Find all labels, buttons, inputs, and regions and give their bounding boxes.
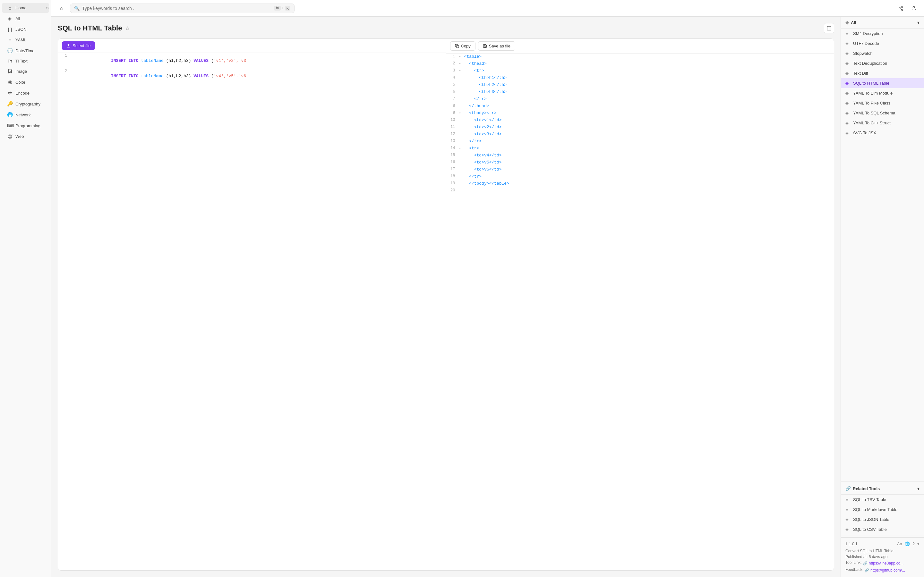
select-file-button[interactable]: Select file [62,41,95,50]
output-line-num: 9 [446,110,459,115]
right-item-yaml-elm[interactable]: ◈ YAML To Elm Module [841,88,924,98]
published-at: Published at: 5 days ago [845,554,919,559]
save-as-file-label: Save as file [489,44,510,48]
output-line-code: <th>h2</th> [464,82,834,87]
text-icon: Tт [7,59,13,63]
right-item-text-diff[interactable]: ◈ Text Diff [841,68,924,78]
text-dedup-icon: ◈ [845,61,851,66]
fold-arrow [459,124,464,125]
yaml-elm-icon: ◈ [845,91,851,95]
sidebar-item-cryptography[interactable]: 🔑 Cryptography [2,99,49,109]
fold-arrow [459,82,464,83]
user-button[interactable] [909,3,919,13]
main-container: ⌂ 🔍 ⌘ + K [51,0,924,577]
font-size-icon[interactable]: Aa [897,542,902,546]
output-line-num: 15 [446,153,459,157]
feedback-url[interactable]: https://github.com/... [871,568,905,572]
sidebar-item-all[interactable]: ◈ All [2,13,49,24]
globe-icon[interactable]: 🌐 [905,542,910,546]
right-item-sql-json[interactable]: ◈ SQL to JSON Table [841,514,924,524]
output-line-num: 7 [446,96,459,101]
search-bar[interactable]: 🔍 ⌘ + K [70,3,294,13]
user-icon [911,6,916,11]
output-line-code: </thead> [464,103,834,108]
right-item-yaml-pike[interactable]: ◈ YAML To Pike Class [841,98,924,108]
sidebar-item-color[interactable]: ◉ Color [2,77,49,87]
home-button[interactable]: ⌂ [57,3,67,13]
image-icon: 🖼 [7,69,13,74]
output-line-code: </tr> [464,174,834,179]
line-code-1: INSERT INTO tableName (h1,h2,h3) VALUES … [71,53,446,68]
output-line-num: 12 [446,131,459,136]
output-line-num: 17 [446,167,459,171]
sidebar-item-datetime[interactable]: 🕐 Date/Time [2,45,49,56]
right-item-yaml-sql[interactable]: ◈ YAML To SQL Schema [841,108,924,118]
output-editor[interactable]: 1▾<table>2▾ <thead>3▾ <tr>4 <th>h1</th>5… [446,53,834,570]
right-item-yaml-cpp[interactable]: ◈ YAML To C++ Struct [841,118,924,128]
programming-icon: ⌨ [7,123,13,129]
output-line-num: 11 [446,124,459,129]
sidebar-item-programming[interactable]: ⌨ Programming [2,121,49,131]
output-line-code: <td>v2</td> [464,124,834,129]
fold-arrow [459,117,464,118]
tool-link-url[interactable]: https://t.he3app.co... [869,561,904,566]
info-icon: ℹ [845,542,847,546]
right-item-sql-markdown[interactable]: ◈ SQL to Markdown Table [841,504,924,514]
output-line: 17 <td>v6</td> [446,166,834,173]
right-item-utf7-decode[interactable]: ◈ UTF7 Decode [841,39,924,48]
output-line-code: <tbody><tr> [464,110,834,115]
right-item-sql-tsv[interactable]: ◈ SQL to TSV Table [841,495,924,504]
fold-arrow [459,75,464,76]
right-item-text-deduplication[interactable]: ◈ Text Deduplication [841,58,924,68]
tool-link-label: Tool Link: [845,560,862,565]
sidebar-item-text[interactable]: Tт Ti Text [2,56,49,66]
sidebar-item-home[interactable]: ⌂ Home [2,3,49,13]
right-item-sql-to-html[interactable]: ◈ SQL to HTML Table [841,78,924,88]
sidebar-item-json[interactable]: { } JSON [2,24,49,34]
fold-arrow: ▾ [459,68,464,73]
output-line: 13 </tr> [446,138,834,145]
all-section-header[interactable]: ◈ All ▾ [841,17,924,29]
topbar-actions [896,3,919,13]
right-item-svg-jsx[interactable]: ◈ SVG To JSX [841,128,924,138]
sql-html-icon: ◈ [845,81,851,85]
right-item-label: YAML To Elm Module [853,91,893,95]
datetime-icon: 🕐 [7,48,13,53]
right-item-stopwatch[interactable]: ◈ Stopwatch [841,48,924,58]
sidebar-collapse-button[interactable]: « [44,4,51,11]
sidebar-item-yaml[interactable]: ≡ YAML [2,35,49,45]
version-row: ℹ 1.0.1 Aa 🌐 ? ▾ [845,542,919,546]
version-expand-icon[interactable]: ▾ [917,542,919,546]
search-input[interactable] [82,6,271,11]
sidebar-item-network[interactable]: 🌐 Network [2,110,49,120]
feedback-label: Feedback: [845,567,863,572]
fold-arrow [459,153,464,153]
output-line-num: 18 [446,174,459,179]
copy-button[interactable]: Copy [450,41,475,51]
output-line: 10 <td>v1</td> [446,117,834,124]
output-line: 5 <th>h2</th> [446,82,834,89]
sidebar-item-label: Cryptography [15,102,40,106]
sidebar-item-encode[interactable]: ⇄ Encode [2,88,49,98]
output-line-code: <tr> [464,145,834,151]
sidebar-item-label: Color [15,80,25,85]
right-item-sm4-decryption[interactable]: ◈ SM4 Decryption [841,29,924,39]
fold-arrow: ▾ [459,54,464,59]
sidebar-item-web[interactable]: 🕸 Web [2,131,49,141]
related-section-header[interactable]: 🔗 Related Tools ▾ [841,483,924,495]
output-line: 8 </thead> [446,103,834,110]
input-editor[interactable]: 1 INSERT INTO tableName (h1,h2,h3) VALUE… [58,53,446,570]
favorite-button[interactable]: ☆ [125,25,129,31]
line-num-2: 2 [58,69,71,73]
sidebar-item-image[interactable]: 🖼 Image [2,66,49,76]
layout-toggle-button[interactable] [824,23,834,33]
output-line-num: 13 [446,139,459,143]
help-icon[interactable]: ? [913,542,915,546]
share-button[interactable] [896,3,906,13]
right-item-sql-csv[interactable]: ◈ SQL to CSV Table [841,524,924,534]
utf7-icon: ◈ [845,41,851,46]
output-line-num: 4 [446,75,459,80]
fold-arrow [459,188,464,189]
save-as-file-button[interactable]: Save as file [478,41,515,51]
feedback-icon: 🔗 [865,568,869,572]
